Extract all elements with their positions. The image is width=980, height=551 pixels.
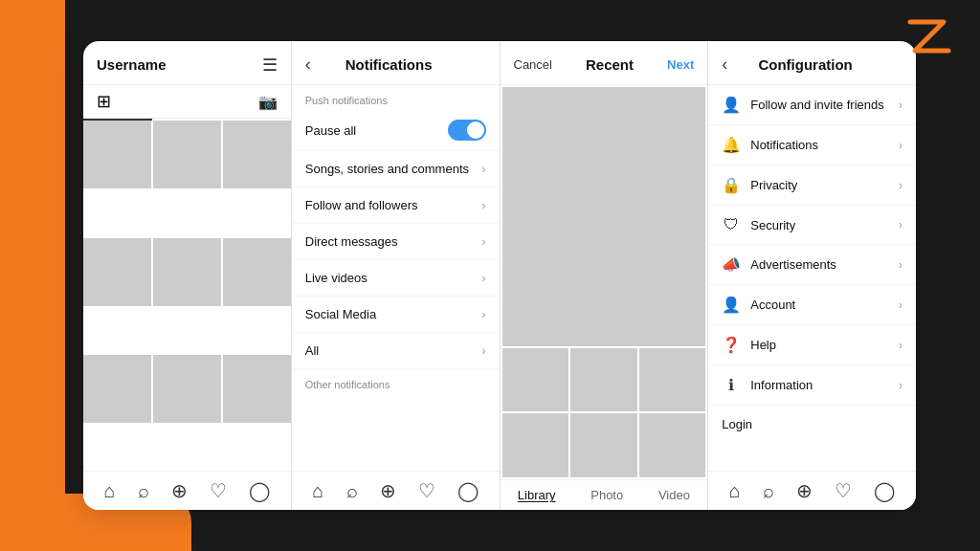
recent-small-cell bbox=[570, 348, 637, 412]
all-item[interactable]: All › bbox=[292, 333, 500, 369]
help-item[interactable]: ❓ Help › bbox=[708, 325, 916, 365]
follow-followers-chevron: › bbox=[482, 199, 486, 212]
grid-view-icon[interactable]: ⊞ bbox=[97, 91, 111, 112]
social-media-item[interactable]: Social Media › bbox=[292, 297, 500, 333]
pause-all-toggle[interactable] bbox=[448, 120, 486, 141]
follow-followers-item[interactable]: Follow and followers › bbox=[292, 187, 500, 224]
live-videos-item[interactable]: Live videos › bbox=[292, 260, 500, 297]
config-header: ‹ Configuration bbox=[708, 41, 916, 85]
account-left: 👤 Account bbox=[722, 296, 795, 314]
advertisements-left: 📣 Advertisements bbox=[722, 255, 836, 274]
home-nav-icon[interactable]: ⌂ bbox=[104, 480, 116, 502]
outer-background: Username ☰ ⊞ 📷 ⌂ ⌕ bbox=[0, 0, 980, 551]
information-label: Information bbox=[750, 378, 813, 392]
direct-messages-item[interactable]: Direct messages › bbox=[292, 224, 500, 260]
grid-cell bbox=[223, 121, 291, 188]
grid-cell bbox=[153, 121, 221, 188]
grid-cell bbox=[83, 238, 151, 306]
config-bottom-nav: ⌂ ⌕ ⊕ ♡ ◯ bbox=[708, 471, 916, 510]
grid-cell bbox=[153, 355, 221, 423]
songs-stories-item[interactable]: Songs, stories and comments › bbox=[292, 151, 500, 187]
info-icon: ℹ bbox=[722, 376, 741, 394]
profile-icon-row: ⊞ 📷 bbox=[83, 85, 291, 119]
live-videos-chevron: › bbox=[482, 272, 486, 285]
help-chevron: › bbox=[899, 339, 902, 352]
security-left: 🛡 Security bbox=[722, 216, 795, 233]
recent-title: Recent bbox=[586, 56, 634, 73]
notif-home-icon[interactable]: ⌂ bbox=[312, 480, 323, 502]
recent-phone: Cancel Recent Next Library Photo Video bbox=[501, 41, 709, 510]
recent-cancel-button[interactable]: Cancel bbox=[514, 57, 552, 72]
recent-large-cell bbox=[502, 87, 706, 346]
video-tab[interactable]: Video bbox=[658, 488, 690, 502]
config-home-icon[interactable]: ⌂ bbox=[729, 480, 741, 502]
pause-all-row: Pause all bbox=[292, 110, 500, 151]
notif-search-icon[interactable]: ⌕ bbox=[346, 480, 358, 502]
direct-messages-label: Direct messages bbox=[305, 234, 398, 249]
follow-invite-left: 👤 Follow and invite friends bbox=[722, 96, 883, 114]
search-nav-icon[interactable]: ⌕ bbox=[138, 480, 149, 502]
pause-all-label: Pause all bbox=[305, 123, 356, 138]
grid-cell bbox=[223, 355, 291, 423]
notifications-phone: ‹ Notifications Push notifications Pause… bbox=[292, 41, 501, 510]
privacity-chevron: › bbox=[899, 179, 902, 192]
recent-small-cell bbox=[570, 413, 637, 477]
heart-nav-icon[interactable]: ♡ bbox=[210, 479, 227, 502]
privacity-label: Privacity bbox=[750, 178, 797, 192]
grid-cell bbox=[153, 238, 221, 306]
account-icon: 👤 bbox=[722, 296, 741, 314]
lock-icon: 🔒 bbox=[722, 176, 741, 194]
information-item[interactable]: ℹ Information › bbox=[708, 365, 916, 406]
notif-profile-icon[interactable]: ◯ bbox=[457, 479, 479, 502]
login-row[interactable]: Login bbox=[708, 406, 916, 443]
notifications-back-button[interactable]: ‹ bbox=[305, 55, 311, 75]
help-label: Help bbox=[750, 338, 776, 352]
megaphone-icon: 📣 bbox=[722, 255, 741, 274]
other-section-label: Other notifications bbox=[292, 369, 500, 394]
library-tab[interactable]: Library bbox=[518, 488, 556, 502]
notif-heart-icon[interactable]: ♡ bbox=[418, 479, 435, 502]
security-chevron: › bbox=[899, 218, 902, 231]
security-label: Security bbox=[750, 218, 795, 232]
recent-small-cell bbox=[639, 413, 706, 477]
privacity-item[interactable]: 🔒 Privacity › bbox=[708, 165, 916, 206]
push-section-label: Push notifications bbox=[292, 85, 500, 110]
config-title: Configuration bbox=[758, 56, 852, 73]
config-notifications-item[interactable]: 🔔 Notifications › bbox=[708, 125, 916, 165]
follow-followers-label: Follow and followers bbox=[305, 198, 418, 212]
brand-logo bbox=[905, 17, 953, 55]
recent-tabs: Library Photo Video bbox=[501, 479, 708, 510]
config-heart-icon[interactable]: ♡ bbox=[835, 479, 852, 502]
add-nav-icon[interactable]: ⊕ bbox=[171, 479, 188, 502]
all-chevron: › bbox=[482, 344, 486, 358]
recent-next-button[interactable]: Next bbox=[667, 57, 694, 72]
privacity-left: 🔒 Privacity bbox=[722, 176, 797, 194]
config-notifications-chevron: › bbox=[899, 139, 902, 152]
config-add-icon[interactable]: ⊕ bbox=[796, 479, 813, 502]
help-left: ❓ Help bbox=[722, 336, 776, 354]
grid-cell bbox=[83, 355, 151, 423]
account-item[interactable]: 👤 Account › bbox=[708, 285, 916, 325]
follow-invite-item[interactable]: 👤 Follow and invite friends › bbox=[708, 85, 916, 125]
config-profile-icon[interactable]: ◯ bbox=[874, 479, 895, 502]
follow-invite-label: Follow and invite friends bbox=[750, 98, 883, 112]
grid-cell bbox=[223, 238, 291, 306]
hamburger-icon[interactable]: ☰ bbox=[262, 55, 278, 76]
config-back-button[interactable]: ‹ bbox=[722, 55, 727, 75]
profile-bottom-nav: ⌂ ⌕ ⊕ ♡ ◯ bbox=[83, 471, 291, 510]
profile-nav-icon[interactable]: ◯ bbox=[249, 479, 270, 502]
live-videos-label: Live videos bbox=[305, 271, 368, 285]
configuration-phone: ‹ Configuration 👤 Follow and invite frie… bbox=[708, 41, 916, 510]
recent-header: Cancel Recent Next bbox=[501, 41, 708, 85]
profile-image-grid bbox=[83, 121, 291, 471]
advertisements-item[interactable]: 📣 Advertisements › bbox=[708, 245, 916, 285]
security-item[interactable]: 🛡 Security › bbox=[708, 206, 916, 245]
notif-add-icon[interactable]: ⊕ bbox=[380, 479, 396, 502]
account-chevron: › bbox=[899, 298, 902, 312]
photo-tab[interactable]: Photo bbox=[590, 488, 623, 502]
config-notifications-label: Notifications bbox=[750, 138, 818, 152]
camera-icon[interactable]: 📷 bbox=[258, 93, 278, 111]
direct-messages-chevron: › bbox=[482, 235, 486, 249]
information-chevron: › bbox=[899, 379, 902, 392]
config-search-icon[interactable]: ⌕ bbox=[763, 480, 774, 502]
